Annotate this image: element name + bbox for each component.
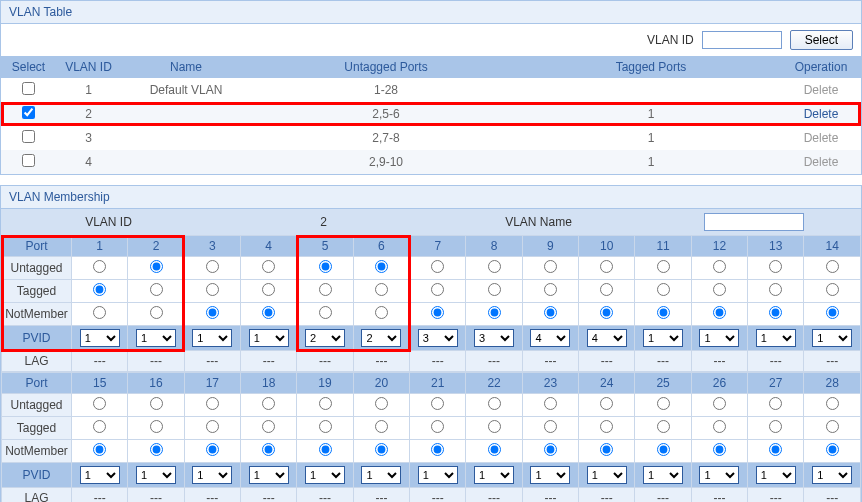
tagged-radio[interactable] (769, 420, 782, 433)
tagged-radio[interactable] (713, 283, 726, 296)
notmember-radio[interactable] (544, 306, 557, 319)
pvid-select[interactable]: 1 (249, 329, 289, 347)
membership-vlanname-input[interactable] (704, 213, 804, 231)
pvid-select[interactable]: 1 (80, 329, 120, 347)
untagged-radio[interactable] (488, 397, 501, 410)
pvid-select[interactable]: 1 (136, 329, 176, 347)
pvid-select[interactable]: 2 (305, 329, 345, 347)
notmember-radio[interactable] (713, 443, 726, 456)
untagged-radio[interactable] (93, 260, 106, 273)
untagged-radio[interactable] (488, 260, 501, 273)
notmember-radio[interactable] (206, 443, 219, 456)
untagged-radio[interactable] (319, 260, 332, 273)
tagged-radio[interactable] (657, 283, 670, 296)
row-select-checkbox[interactable] (22, 82, 35, 95)
pvid-select[interactable]: 1 (530, 466, 570, 484)
notmember-radio[interactable] (826, 443, 839, 456)
row-select-checkbox[interactable] (22, 106, 35, 119)
untagged-radio[interactable] (431, 260, 444, 273)
notmember-radio[interactable] (713, 306, 726, 319)
untagged-radio[interactable] (713, 260, 726, 273)
untagged-radio[interactable] (150, 260, 163, 273)
pvid-select[interactable]: 1 (643, 329, 683, 347)
untagged-radio[interactable] (262, 397, 275, 410)
pvid-select[interactable]: 1 (474, 466, 514, 484)
tagged-radio[interactable] (488, 283, 501, 296)
untagged-radio[interactable] (431, 397, 444, 410)
tagged-radio[interactable] (826, 420, 839, 433)
notmember-radio[interactable] (431, 443, 444, 456)
notmember-radio[interactable] (657, 306, 670, 319)
notmember-radio[interactable] (93, 306, 106, 319)
notmember-radio[interactable] (206, 306, 219, 319)
notmember-radio[interactable] (544, 443, 557, 456)
notmember-radio[interactable] (375, 443, 388, 456)
tagged-radio[interactable] (544, 283, 557, 296)
notmember-radio[interactable] (600, 306, 613, 319)
tagged-radio[interactable] (319, 283, 332, 296)
tagged-radio[interactable] (150, 283, 163, 296)
notmember-radio[interactable] (826, 306, 839, 319)
untagged-radio[interactable] (544, 397, 557, 410)
notmember-radio[interactable] (600, 443, 613, 456)
notmember-radio[interactable] (769, 306, 782, 319)
pvid-select[interactable]: 4 (530, 329, 570, 347)
untagged-radio[interactable] (826, 260, 839, 273)
untagged-radio[interactable] (600, 397, 613, 410)
untagged-radio[interactable] (150, 397, 163, 410)
notmember-radio[interactable] (488, 443, 501, 456)
select-button[interactable]: Select (790, 30, 853, 50)
untagged-radio[interactable] (769, 260, 782, 273)
tagged-radio[interactable] (769, 283, 782, 296)
vlan-id-filter-input[interactable] (702, 31, 782, 49)
notmember-radio[interactable] (431, 306, 444, 319)
row-select-checkbox[interactable] (22, 130, 35, 143)
untagged-radio[interactable] (657, 260, 670, 273)
pvid-select[interactable]: 3 (418, 329, 458, 347)
tagged-radio[interactable] (431, 420, 444, 433)
pvid-select[interactable]: 4 (587, 329, 627, 347)
tagged-radio[interactable] (826, 283, 839, 296)
row-select-checkbox[interactable] (22, 154, 35, 167)
pvid-select[interactable]: 1 (305, 466, 345, 484)
pvid-select[interactable]: 1 (812, 329, 852, 347)
untagged-radio[interactable] (713, 397, 726, 410)
notmember-radio[interactable] (657, 443, 670, 456)
tagged-radio[interactable] (375, 420, 388, 433)
pvid-select[interactable]: 1 (756, 466, 796, 484)
tagged-radio[interactable] (206, 420, 219, 433)
pvid-select[interactable]: 1 (192, 329, 232, 347)
tagged-radio[interactable] (375, 283, 388, 296)
pvid-select[interactable]: 1 (80, 466, 120, 484)
pvid-select[interactable]: 3 (474, 329, 514, 347)
untagged-radio[interactable] (319, 397, 332, 410)
pvid-select[interactable]: 1 (587, 466, 627, 484)
untagged-radio[interactable] (93, 397, 106, 410)
untagged-radio[interactable] (375, 397, 388, 410)
untagged-radio[interactable] (826, 397, 839, 410)
pvid-select[interactable]: 1 (192, 466, 232, 484)
pvid-select[interactable]: 1 (699, 466, 739, 484)
notmember-radio[interactable] (262, 306, 275, 319)
pvid-select[interactable]: 1 (418, 466, 458, 484)
tagged-radio[interactable] (600, 420, 613, 433)
notmember-radio[interactable] (93, 443, 106, 456)
tagged-radio[interactable] (262, 420, 275, 433)
tagged-radio[interactable] (150, 420, 163, 433)
pvid-select[interactable]: 1 (756, 329, 796, 347)
notmember-radio[interactable] (319, 306, 332, 319)
pvid-select[interactable]: 2 (361, 329, 401, 347)
untagged-radio[interactable] (375, 260, 388, 273)
tagged-radio[interactable] (93, 283, 106, 296)
pvid-select[interactable]: 1 (361, 466, 401, 484)
tagged-radio[interactable] (657, 420, 670, 433)
notmember-radio[interactable] (262, 443, 275, 456)
notmember-radio[interactable] (488, 306, 501, 319)
tagged-radio[interactable] (206, 283, 219, 296)
tagged-radio[interactable] (544, 420, 557, 433)
untagged-radio[interactable] (544, 260, 557, 273)
delete-link[interactable]: Delete (804, 107, 839, 121)
untagged-radio[interactable] (262, 260, 275, 273)
tagged-radio[interactable] (488, 420, 501, 433)
untagged-radio[interactable] (206, 260, 219, 273)
